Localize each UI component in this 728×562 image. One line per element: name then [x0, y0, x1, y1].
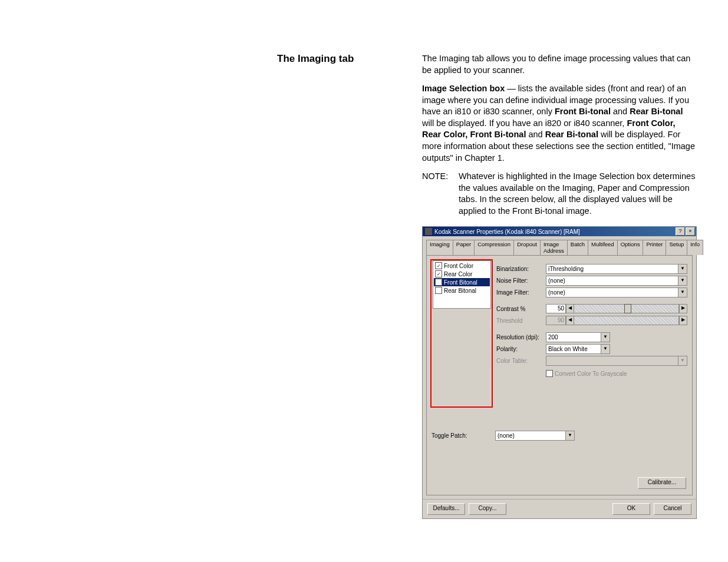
paragraph-intro: The Imaging tab allows you to define ima… [422, 53, 696, 76]
convert-grayscale-row: Convert Color To Grayscale [546, 370, 687, 377]
chevron-down-icon[interactable]: ▼ [678, 288, 687, 297]
tab-strip: Imaging Paper Compression Dropout Image … [423, 236, 696, 255]
threshold-slider [574, 316, 679, 325]
arrow-left-icon: ◀ [566, 316, 574, 325]
dropdown-resolution[interactable]: 200 ▼ [546, 332, 610, 342]
selection-label: Front Bitonal [444, 279, 477, 286]
selection-label: Front Color [444, 263, 473, 269]
paragraph-image-selection: Image Selection box — lists the availabl… [422, 83, 696, 164]
dropdown-binarization[interactable]: iThresholding ▼ [546, 264, 687, 274]
label-toggle-patch: Toggle Patch: [431, 432, 495, 439]
arrow-right-icon[interactable]: ▶ [679, 304, 687, 313]
tab-info[interactable]: Info [687, 240, 703, 255]
selection-label: Rear Color [444, 271, 472, 277]
chevron-down-icon[interactable]: ▼ [601, 345, 610, 353]
selection-label: Rear Bitonal [444, 287, 476, 294]
checkbox-icon[interactable] [435, 279, 442, 286]
label-noise-filter: Noise Filter: [496, 277, 546, 284]
dropdown-image-filter[interactable]: (none) ▼ [546, 287, 687, 297]
checkbox-icon [546, 370, 553, 377]
chevron-down-icon[interactable]: ▼ [678, 276, 687, 285]
chevron-down-icon: ▼ [678, 356, 687, 365]
dropdown-toggle-patch[interactable]: (none) ▼ [495, 431, 575, 441]
tab-paper[interactable]: Paper [453, 240, 475, 255]
image-selection-box[interactable]: ✓ Front Color ✓ Rear Color Front Bitonal… [433, 260, 491, 309]
label-resolution: Resolution (dpi): [496, 334, 546, 340]
defaults-button[interactable]: Defaults... [427, 503, 465, 515]
label-threshold: Threshold [496, 318, 546, 324]
label-contrast: Contrast % [496, 306, 546, 312]
titlebar[interactable]: Kodak Scanner Properties (Kodak i840 Sca… [423, 227, 696, 236]
tab-setup[interactable]: Setup [666, 240, 687, 255]
chevron-down-icon[interactable]: ▼ [678, 265, 687, 273]
slider-thumb[interactable] [624, 304, 631, 313]
tab-body: ✓ Front Color ✓ Rear Color Front Bitonal… [426, 255, 693, 495]
section-heading: The Imaging tab [277, 53, 395, 65]
help-button[interactable]: ? [676, 227, 685, 236]
arrow-left-icon[interactable]: ◀ [566, 304, 574, 313]
tab-multifeed[interactable]: Multifeed [588, 240, 618, 255]
ok-button[interactable]: OK [612, 503, 650, 515]
note-block: NOTE: Whatever is highlighted in the Ima… [422, 171, 696, 217]
tab-batch[interactable]: Batch [567, 240, 588, 255]
calibrate-button[interactable]: Calibrate... [638, 477, 686, 489]
dropdown-polarity[interactable]: Black on White ▼ [546, 344, 610, 354]
selection-rear-bitonal[interactable]: Rear Bitonal [434, 286, 490, 295]
note-label: NOTE: [422, 171, 459, 217]
checkbox-icon[interactable]: ✓ [435, 262, 442, 269]
copy-button[interactable]: Copy... [469, 503, 506, 515]
contrast-slider[interactable] [574, 304, 679, 313]
threshold-value: 90 [546, 316, 566, 325]
dropdown-noise-filter[interactable]: (none) ▼ [546, 276, 687, 286]
cancel-button[interactable]: Cancel [654, 503, 691, 515]
selection-front-bitonal[interactable]: Front Bitonal [434, 278, 490, 286]
tab-options[interactable]: Options [617, 240, 644, 255]
bold-label: Image Selection box [422, 84, 505, 93]
tab-imaging[interactable]: Imaging [426, 240, 453, 255]
arrow-right-icon: ▶ [679, 316, 687, 325]
tab-image-address[interactable]: Image Address [540, 240, 568, 255]
scanner-properties-dialog: Kodak Scanner Properties (Kodak i840 Sca… [422, 226, 697, 519]
app-icon [425, 228, 432, 235]
checkbox-icon[interactable]: ✓ [435, 270, 442, 277]
label-polarity: Polarity: [496, 346, 546, 352]
tab-printer[interactable]: Printer [643, 240, 666, 255]
tab-compression[interactable]: Compression [474, 240, 514, 255]
selection-rear-color[interactable]: ✓ Rear Color [434, 270, 490, 278]
chevron-down-icon[interactable]: ▼ [565, 431, 574, 440]
contrast-value: 50 [546, 304, 566, 313]
note-text: Whatever is highlighted in the Image Sel… [459, 171, 696, 217]
dropdown-color-table: ▼ [546, 356, 687, 366]
checkbox-icon[interactable] [435, 287, 442, 294]
chevron-down-icon[interactable]: ▼ [601, 333, 610, 342]
tab-dropout[interactable]: Dropout [513, 240, 541, 255]
label-color-table: Color Table: [496, 358, 546, 364]
selection-front-color[interactable]: ✓ Front Color [434, 262, 490, 270]
label-image-filter: Image Filter: [496, 289, 546, 296]
close-button[interactable]: × [686, 227, 695, 236]
window-title: Kodak Scanner Properties (Kodak i840 Sca… [434, 229, 580, 235]
convert-label: Convert Color To Grayscale [555, 371, 627, 377]
label-binarization: Binarization: [496, 266, 546, 272]
